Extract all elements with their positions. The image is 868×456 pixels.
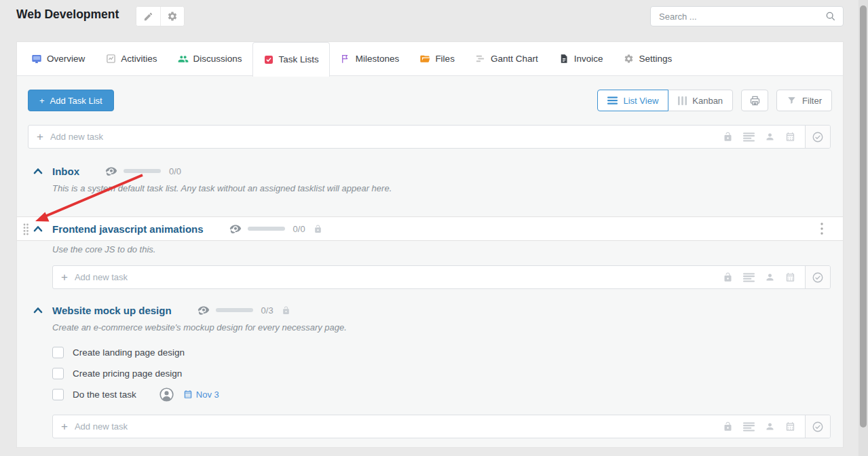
due-date-calendar-icon[interactable] <box>785 132 795 142</box>
tab-discussions[interactable]: Discussions <box>168 42 252 76</box>
list-view-icon <box>607 96 618 104</box>
add-new-task-bar: + <box>52 265 831 289</box>
search-input[interactable] <box>659 12 825 22</box>
tasklist-name[interactable]: Inbox <box>52 166 79 177</box>
list-view-button[interactable]: List View <box>597 90 668 111</box>
task-checkbox[interactable] <box>52 368 64 379</box>
tab-invoice[interactable]: Invoice <box>548 42 614 76</box>
chevron-up-icon[interactable] <box>33 168 43 174</box>
progress-bar <box>216 308 253 312</box>
due-date-calendar-icon[interactable] <box>785 272 795 282</box>
eye-icon[interactable] <box>229 225 242 233</box>
tab-label: Milestones <box>356 54 400 64</box>
progress-bar <box>248 227 285 231</box>
tasklist-row-frontend[interactable]: Frontend javascript animations 0/0 <box>17 216 843 241</box>
task-checkbox[interactable] <box>52 389 64 400</box>
chevron-up-icon[interactable] <box>33 307 43 314</box>
chevron-up-icon[interactable] <box>33 225 43 232</box>
task-row: Create landing page design <box>52 345 832 360</box>
activity-chart-icon <box>105 54 116 64</box>
project-actions-group <box>136 6 185 26</box>
tab-files[interactable]: Files <box>409 42 465 76</box>
search-icon[interactable] <box>825 11 836 22</box>
gantt-bars-icon <box>475 54 486 64</box>
unlock-icon <box>282 306 290 315</box>
tasklist-name[interactable]: Website mock up design <box>52 305 172 316</box>
add-new-task-bar: + <box>52 415 831 438</box>
tab-settings[interactable]: Settings <box>613 42 682 76</box>
assignee-person-icon[interactable] <box>765 421 775 432</box>
tab-gantt-chart[interactable]: Gantt Chart <box>465 42 548 76</box>
assignee-avatar[interactable] <box>159 387 174 402</box>
tab-label: Files <box>435 54 455 64</box>
description-lines-icon[interactable] <box>743 273 755 282</box>
task-checkbox[interactable] <box>52 347 64 358</box>
new-task-input[interactable] <box>75 421 713 432</box>
edit-project-button[interactable] <box>136 7 160 26</box>
gear-icon <box>167 11 178 22</box>
page-scrollbar-track[interactable] <box>858 0 868 456</box>
tab-activities[interactable]: Activities <box>95 42 167 76</box>
tab-milestones[interactable]: Milestones <box>330 42 410 76</box>
task-count: 0/3 <box>261 305 273 316</box>
privacy-lock-icon[interactable] <box>723 272 733 282</box>
description-lines-icon[interactable] <box>743 422 755 432</box>
calendar-icon <box>183 390 193 399</box>
page-scrollbar-thumb[interactable] <box>860 5 867 428</box>
assignee-person-icon[interactable] <box>765 272 775 282</box>
progress-bar <box>124 169 161 173</box>
tab-label: Task Lists <box>279 54 319 64</box>
tasklist-header: Frontend javascript animations 0/0 <box>33 223 322 235</box>
task-label[interactable]: Do the test task <box>73 390 136 400</box>
drag-handle-icon[interactable] <box>23 223 29 235</box>
add-task-list-label: Add Task List <box>50 96 102 106</box>
task-label[interactable]: Create landing page design <box>73 347 185 358</box>
kanban-button[interactable]: Kanban <box>668 90 733 111</box>
filter-button[interactable]: Filter <box>776 90 832 111</box>
task-label[interactable]: Create pricing page design <box>73 368 182 379</box>
new-task-options <box>713 132 805 142</box>
print-button[interactable] <box>741 90 768 111</box>
task-list: Create landing page design Create pricin… <box>52 345 832 402</box>
new-task-input[interactable] <box>50 132 713 142</box>
task-count: 0/0 <box>169 166 181 176</box>
due-date-calendar-icon[interactable] <box>785 421 795 432</box>
project-settings-button[interactable] <box>160 7 184 26</box>
tasklist-description: Create an e-commerce website's mockup de… <box>52 322 832 332</box>
due-date[interactable]: Nov 3 <box>183 390 219 400</box>
tab-label: Settings <box>639 54 672 64</box>
tab-label: Invoice <box>574 54 603 64</box>
eye-icon[interactable] <box>197 306 210 315</box>
kebab-menu-icon[interactable] <box>820 223 823 235</box>
add-task-list-button[interactable]: + Add Task List <box>28 90 114 111</box>
tab-label: Gantt Chart <box>491 54 538 64</box>
description-lines-icon[interactable] <box>743 132 755 142</box>
tab-overview[interactable]: Overview <box>21 42 95 76</box>
tasklist-toolbar: + Add Task List List View Kanb <box>28 90 832 111</box>
new-task-options <box>713 272 805 282</box>
printer-icon <box>749 95 761 107</box>
filter-label: Filter <box>802 96 822 106</box>
check-circle-icon <box>812 131 824 143</box>
monitor-icon <box>31 54 42 64</box>
assignee-person-icon[interactable] <box>765 132 775 142</box>
privacy-lock-icon[interactable] <box>723 132 733 142</box>
project-card: Overview Activities Discussions Task Lis… <box>16 41 844 448</box>
plus-icon: + <box>53 420 75 434</box>
tab-task-lists[interactable]: Task Lists <box>252 42 330 77</box>
flag-icon <box>340 54 351 64</box>
tasklist-header: Inbox 0/0 <box>33 165 832 177</box>
new-task-input[interactable] <box>75 272 713 282</box>
tasklist-name[interactable]: Frontend javascript animations <box>52 223 204 235</box>
submit-task-button[interactable] <box>805 415 830 438</box>
submit-task-button[interactable] <box>805 266 830 288</box>
privacy-lock-icon[interactable] <box>723 421 733 432</box>
eye-icon[interactable] <box>105 167 117 176</box>
submit-task-button[interactable] <box>805 126 830 148</box>
tasklist-header: Website mock up design 0/3 <box>33 304 832 316</box>
gear-icon <box>623 54 634 64</box>
kanban-label: Kanban <box>692 96 723 106</box>
list-view-label: List View <box>623 96 658 106</box>
tasklist-section-website: Website mock up design 0/3 Create an e-c… <box>28 304 832 438</box>
search-box <box>650 6 844 26</box>
